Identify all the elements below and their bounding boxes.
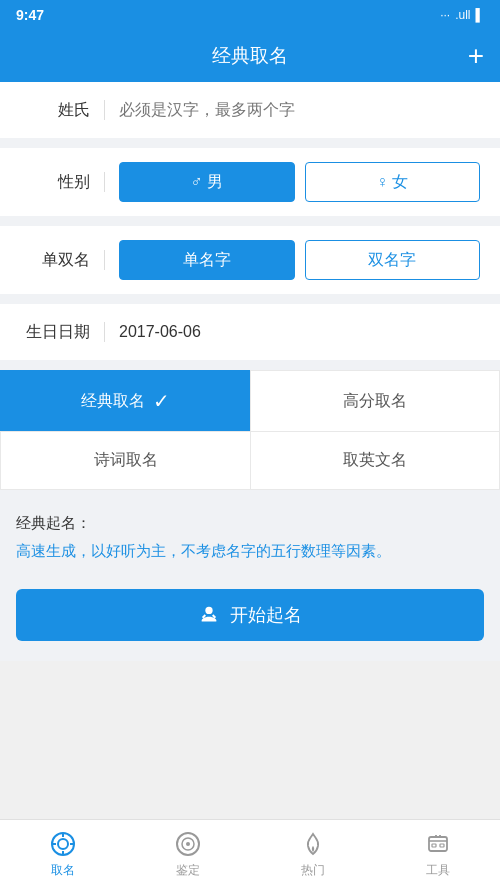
female-label: 女 bbox=[392, 172, 408, 193]
add-button[interactable]: + bbox=[468, 42, 484, 70]
svg-line-2 bbox=[213, 615, 216, 618]
gender-section: 性别 ♂ 男 ♀ 女 bbox=[0, 148, 500, 216]
birthday-row: 生日日期 2017-06-06 bbox=[0, 304, 500, 360]
tab-english[interactable]: 取英文名 bbox=[250, 431, 500, 490]
nav-tools[interactable]: 工具 bbox=[375, 820, 500, 889]
desc-title: 经典起名： bbox=[16, 514, 484, 533]
nav-tools-label: 工具 bbox=[426, 862, 450, 879]
nav-hot[interactable]: 热门 bbox=[250, 820, 375, 889]
separator bbox=[104, 100, 105, 120]
nav-appraisal-icon bbox=[174, 830, 202, 858]
tab-english-label: 取英文名 bbox=[343, 450, 407, 471]
check-icon: ✓ bbox=[153, 389, 170, 413]
tab-section: 经典取名 ✓ 高分取名 诗词取名 取英文名 bbox=[0, 370, 500, 490]
header: 经典取名 + bbox=[0, 30, 500, 82]
surname-section: 姓氏 bbox=[0, 82, 500, 138]
status-bar: 9:47 ··· .ull ▌ bbox=[0, 0, 500, 30]
start-label: 开始起名 bbox=[230, 603, 302, 627]
single-name-button[interactable]: 单名字 bbox=[119, 240, 295, 280]
nametype-label: 单双名 bbox=[20, 250, 90, 271]
separator3 bbox=[104, 250, 105, 270]
nav-naming-icon bbox=[49, 830, 77, 858]
signal-dots: ··· bbox=[440, 8, 450, 22]
double-name-button[interactable]: 双名字 bbox=[305, 240, 481, 280]
nav-appraisal[interactable]: 鉴定 bbox=[125, 820, 250, 889]
svg-point-4 bbox=[58, 839, 68, 849]
single-name-label: 单名字 bbox=[183, 250, 231, 271]
tab-highscore-label: 高分取名 bbox=[343, 391, 407, 412]
nav-naming[interactable]: 取名 bbox=[0, 820, 125, 889]
svg-rect-14 bbox=[432, 844, 436, 847]
tab-highscore[interactable]: 高分取名 bbox=[250, 370, 500, 431]
tab-poem-label: 诗词取名 bbox=[94, 450, 158, 471]
svg-point-11 bbox=[186, 842, 190, 846]
double-name-label: 双名字 bbox=[368, 250, 416, 271]
nametype-toggle-group: 单名字 双名字 bbox=[119, 240, 480, 280]
tab-poem[interactable]: 诗词取名 bbox=[0, 431, 250, 490]
signal-bars: .ull bbox=[455, 8, 470, 22]
gender-male-button[interactable]: ♂ 男 bbox=[119, 162, 295, 202]
nametype-section: 单双名 单名字 双名字 bbox=[0, 226, 500, 294]
tab-classic-label: 经典取名 bbox=[81, 391, 145, 412]
svg-rect-15 bbox=[440, 844, 444, 847]
nav-appraisal-label: 鉴定 bbox=[176, 862, 200, 879]
person-icon bbox=[198, 604, 220, 626]
content: 姓氏 性别 ♂ 男 ♀ 女 单双名 bbox=[0, 82, 500, 661]
surname-row: 姓氏 bbox=[0, 82, 500, 138]
battery-icon: ▌ bbox=[475, 8, 484, 22]
gender-toggle-group: ♂ 男 ♀ 女 bbox=[119, 162, 480, 202]
nav-hot-label: 热门 bbox=[301, 862, 325, 879]
nav-hot-icon bbox=[299, 830, 327, 858]
male-label: 男 bbox=[207, 172, 223, 193]
gender-row: 性别 ♂ 男 ♀ 女 bbox=[0, 148, 500, 216]
nametype-row: 单双名 单名字 双名字 bbox=[0, 226, 500, 294]
surname-input[interactable] bbox=[119, 101, 480, 119]
start-button[interactable]: 开始起名 bbox=[16, 589, 484, 641]
status-icons: ··· .ull ▌ bbox=[440, 8, 484, 22]
nav-naming-label: 取名 bbox=[51, 862, 75, 879]
female-symbol: ♀ bbox=[376, 173, 388, 191]
gender-label: 性别 bbox=[20, 172, 90, 193]
svg-point-0 bbox=[205, 607, 212, 614]
header-title: 经典取名 bbox=[212, 43, 288, 69]
bottom-nav: 取名 鉴定 热门 bbox=[0, 819, 500, 889]
start-button-section: 开始起名 bbox=[0, 569, 500, 661]
status-time: 9:47 bbox=[16, 7, 44, 23]
surname-label: 姓氏 bbox=[20, 100, 90, 121]
desc-text: 高速生成，以好听为主，不考虑名字的五行数理等因素。 bbox=[16, 539, 484, 563]
separator4 bbox=[104, 322, 105, 342]
tab-row: 经典取名 ✓ 高分取名 诗词取名 取英文名 bbox=[0, 370, 500, 490]
male-symbol: ♂ bbox=[191, 173, 203, 191]
birthday-section: 生日日期 2017-06-06 bbox=[0, 304, 500, 360]
nav-tools-icon bbox=[424, 830, 452, 858]
gender-female-button[interactable]: ♀ 女 bbox=[305, 162, 481, 202]
svg-line-1 bbox=[203, 615, 206, 618]
birthday-value[interactable]: 2017-06-06 bbox=[119, 323, 201, 341]
description-section: 经典起名： 高速生成，以好听为主，不考虑名字的五行数理等因素。 bbox=[0, 500, 500, 569]
birthday-label: 生日日期 bbox=[20, 322, 90, 343]
separator2 bbox=[104, 172, 105, 192]
tab-classic[interactable]: 经典取名 ✓ bbox=[0, 370, 250, 431]
